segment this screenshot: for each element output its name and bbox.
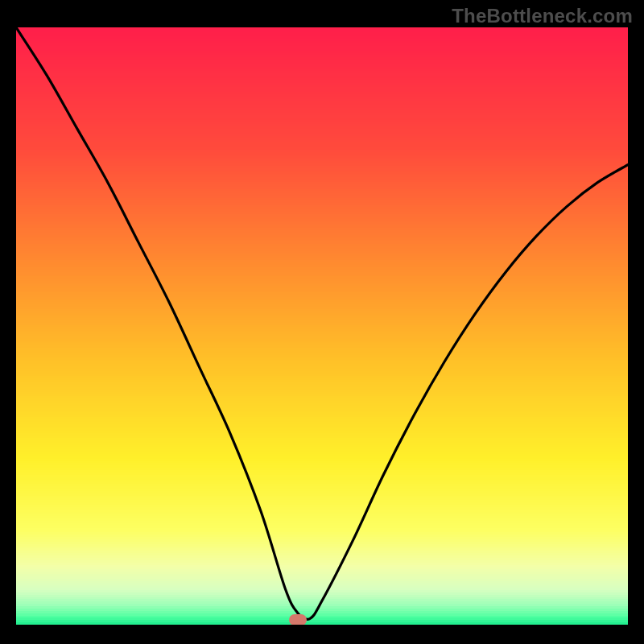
- plot-area: [16, 27, 628, 625]
- chart-frame: TheBottleneck.com: [0, 0, 644, 644]
- gradient-background: [16, 27, 628, 625]
- optimal-point-marker: [289, 614, 307, 625]
- watermark-text: TheBottleneck.com: [452, 5, 633, 27]
